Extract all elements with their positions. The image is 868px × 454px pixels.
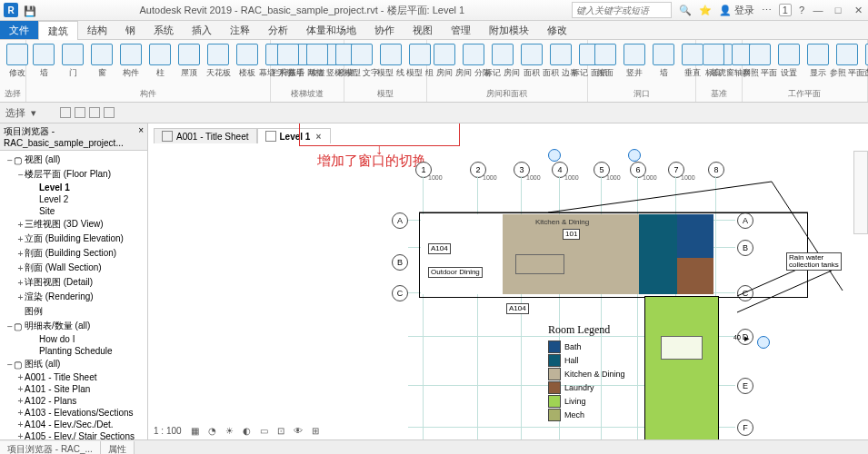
tree-item[interactable]: −楼层平面 (Floor Plan) — [0, 167, 147, 182]
shadows-icon[interactable]: ◐ — [241, 426, 253, 436]
tree-twisty-icon[interactable]: − — [5, 360, 14, 370]
ribbon-tab-1[interactable]: 建筑 — [38, 21, 78, 40]
elevation-mark[interactable] — [757, 336, 770, 349]
tree-item[interactable]: +剖面 (Wall Section) — [0, 261, 147, 275]
floor-plan-drawing[interactable]: 121000310004100051000610007100081000ABCA… — [337, 154, 852, 434]
ribbon-tab-7[interactable]: 分析 — [259, 21, 297, 39]
crop-icon[interactable]: ▭ — [258, 426, 270, 436]
tree-item[interactable]: Site — [0, 205, 147, 217]
ribbon-button[interactable]: 查看器 — [863, 42, 868, 87]
tree-twisty-icon[interactable]: − — [5, 321, 14, 331]
detail-level-icon[interactable]: ▦ — [189, 426, 201, 436]
tree-item[interactable]: +A101 - Site Plan — [0, 383, 147, 395]
ribbon-button[interactable]: 构件 — [117, 42, 145, 87]
ribbon-tab-11[interactable]: 管理 — [442, 21, 480, 39]
tree-twisty-icon[interactable]: + — [16, 263, 25, 273]
ribbon-tab-13[interactable]: 修改 — [538, 21, 576, 39]
ribbon-tab-8[interactable]: 体量和场地 — [297, 21, 365, 39]
ribbon-tab-0[interactable]: 文件 — [0, 21, 38, 39]
tree-twisty-icon[interactable]: + — [16, 292, 25, 302]
exchange-icon[interactable]: ⋯ — [762, 5, 772, 16]
infocenter-icon[interactable]: 🔍 — [679, 5, 692, 16]
ribbon-button[interactable]: 标高 — [700, 42, 727, 87]
ribbon-button[interactable]: 天花板 — [205, 42, 232, 87]
notification-badge[interactable]: 1 — [779, 4, 792, 16]
status-tab-properties[interactable]: 属性 — [101, 441, 135, 454]
ribbon-tab-4[interactable]: 系统 — [145, 21, 183, 39]
ribbon-button[interactable]: 门 — [59, 42, 86, 87]
tab-close-icon[interactable]: × — [314, 132, 323, 142]
ribbon-button[interactable]: 设置 — [775, 42, 803, 87]
reveal-icon[interactable]: ⊞ — [310, 426, 321, 436]
ribbon-tab-3[interactable]: 钢 — [116, 21, 145, 39]
tree-item[interactable]: +A103 - Elevations/Sections — [0, 407, 147, 419]
document-tab[interactable]: Level 1× — [257, 128, 332, 143]
ribbon-button[interactable]: 窗 — [88, 42, 115, 87]
section-mark-2b[interactable] — [628, 149, 641, 162]
tree-item[interactable]: +三维视图 (3D View) — [0, 217, 147, 232]
ribbon-button[interactable]: 面积 边界 — [547, 42, 574, 87]
ribbon-button[interactable]: 模型 线 — [377, 42, 404, 87]
ribbon-button[interactable]: 墙 — [650, 42, 677, 87]
ribbon-tab-12[interactable]: 附加模块 — [480, 21, 538, 39]
tree-twisty-icon[interactable]: + — [16, 384, 25, 394]
ribbon-button[interactable]: 显示 — [804, 42, 832, 87]
grid-bubble[interactable]: C — [392, 285, 408, 301]
tree-twisty-icon[interactable]: + — [16, 396, 25, 406]
tree-twisty-icon[interactable]: + — [16, 419, 25, 429]
tree-item[interactable]: −▢视图 (all) — [0, 153, 147, 167]
ribbon-button[interactable]: 房间 分隔 — [460, 42, 487, 87]
ribbon-button[interactable]: 屋顶 — [175, 42, 203, 87]
grid-bubble[interactable]: E — [737, 378, 753, 394]
tree-item[interactable]: +渲染 (Rendering) — [0, 290, 147, 304]
tree-twisty-icon[interactable]: + — [16, 408, 25, 418]
ribbon-tab-10[interactable]: 视图 — [404, 21, 442, 39]
tree-twisty-icon[interactable]: + — [16, 234, 25, 244]
ribbon-button[interactable]: 模型 文字 — [348, 42, 375, 87]
filter4-icon[interactable] — [104, 107, 115, 118]
login-link[interactable]: 👤 登录 — [719, 4, 754, 17]
status-tab-browser[interactable]: 项目浏览器 - RAC_... — [0, 441, 101, 454]
ribbon-button[interactable]: 面积 — [518, 42, 545, 87]
tree-item[interactable]: −▢图纸 (all) — [0, 357, 147, 371]
minimize-button[interactable]: — — [812, 4, 824, 16]
ribbon-button[interactable]: 参照 平面 — [833, 42, 861, 87]
ribbon-button[interactable]: 墙 — [30, 42, 57, 87]
crop-region-icon[interactable]: ⊡ — [275, 426, 286, 436]
filter3-icon[interactable] — [89, 107, 100, 118]
ribbon-button[interactable]: 按面 — [592, 42, 619, 87]
ribbon-tab-2[interactable]: 结构 — [78, 21, 116, 39]
help-icon[interactable]: ? — [799, 5, 804, 15]
filter2-icon[interactable] — [75, 107, 85, 118]
ribbon-button[interactable]: 坡道 — [304, 42, 331, 87]
search-input[interactable] — [572, 2, 672, 18]
navigation-bar[interactable] — [853, 151, 868, 234]
tree-item[interactable]: +A102 - Plans — [0, 395, 147, 407]
tree-twisty-icon[interactable]: + — [16, 431, 25, 439]
qat-save-icon[interactable]: 💾 — [24, 5, 33, 15]
grid-bubble[interactable]: 8 — [708, 162, 724, 178]
panel-close-icon[interactable]: × — [138, 125, 144, 148]
filter-icon[interactable] — [60, 107, 71, 118]
ribbon-button[interactable]: 栏杆扶手 — [274, 42, 302, 87]
tree-twisty-icon[interactable]: − — [16, 170, 25, 180]
sun-path-icon[interactable]: ☀ — [224, 426, 235, 436]
selection-dropdown-icon[interactable]: ▾ — [31, 107, 36, 119]
ribbon-button[interactable]: 参照 平面 — [746, 42, 773, 87]
tree-item[interactable]: Planting Schedule — [0, 345, 147, 357]
ribbon-tab-9[interactable]: 协作 — [365, 21, 404, 39]
tree-item[interactable]: +A001 - Title Sheet — [0, 371, 147, 383]
tree-item[interactable]: How do I — [0, 333, 147, 345]
tree-item[interactable]: Level 1 — [0, 182, 147, 193]
grid-bubble[interactable]: F — [737, 419, 753, 436]
scale-selector[interactable]: 1 : 100 — [152, 426, 184, 436]
ribbon-button[interactable]: 房间 — [431, 42, 458, 87]
tree-twisty-icon[interactable]: − — [5, 155, 14, 165]
ribbon-tab-6[interactable]: 注释 — [221, 21, 259, 39]
grid-bubble[interactable]: A — [392, 212, 408, 229]
drawing-canvas[interactable]: A001 - Title SheetLevel 1× ↓ 增加了窗口的切换 12… — [148, 123, 868, 439]
ribbon-button[interactable]: 标记 房间 — [489, 42, 516, 87]
tree-twisty-icon[interactable]: + — [16, 249, 25, 259]
tree-item[interactable]: 图例 — [0, 304, 147, 319]
tree-item[interactable]: +剖面 (Building Section) — [0, 246, 147, 261]
